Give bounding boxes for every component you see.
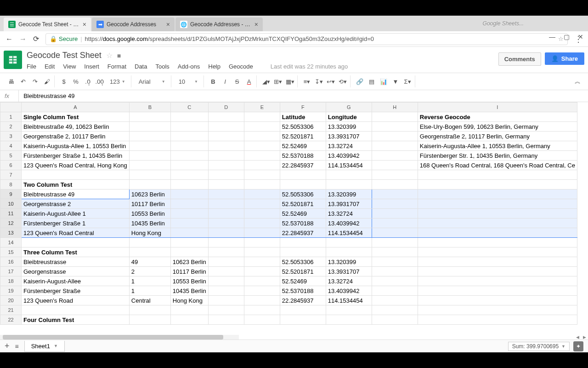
strikethrough-icon[interactable]: S [232, 78, 242, 85]
cell-I17[interactable] [418, 267, 577, 276]
col-header-H[interactable]: H [372, 103, 418, 112]
cell-B9[interactable]: 10623 Berlin [129, 190, 170, 199]
cell-G2[interactable]: 13.320399 [326, 122, 372, 132]
cell-A12[interactable]: Fürstenberger Straße 1 [22, 218, 130, 228]
cell-A13[interactable]: 123 Queen's Road Central [22, 228, 130, 238]
menu-help[interactable]: Help [208, 63, 220, 70]
share-button[interactable]: 👤 Share [545, 52, 584, 65]
cell-H14[interactable] [372, 238, 418, 247]
cell-B7[interactable] [129, 170, 170, 180]
cell-C12[interactable] [170, 218, 208, 228]
cell-C19[interactable]: 10435 Berlin [170, 286, 208, 296]
cell-H6[interactable] [372, 161, 418, 170]
cell-A21[interactable] [22, 305, 130, 315]
cell-G10[interactable]: 13.3931707 [326, 199, 372, 209]
row-header[interactable]: 15 [0, 247, 22, 257]
cell-F6[interactable]: 22.2845937 [280, 161, 326, 170]
cell-C4[interactable] [170, 141, 208, 151]
comments-button[interactable]: Comments [498, 52, 541, 66]
cell-H12[interactable] [372, 218, 418, 228]
cell-C2[interactable] [170, 122, 208, 132]
cell-A7[interactable] [22, 170, 130, 180]
menu-add-ons[interactable]: Add-ons [178, 63, 200, 70]
bold-icon[interactable]: B [209, 78, 218, 85]
cell-I6[interactable]: 168 Queen's Road Central, 168 Queen's Ro… [418, 161, 577, 170]
cell-F18[interactable]: 52.52469 [280, 276, 326, 286]
cell-D9[interactable] [208, 190, 244, 199]
tab-close-icon[interactable]: × [166, 21, 170, 28]
cell-F17[interactable]: 52.5201871 [280, 267, 326, 276]
cell-B16[interactable]: 49 [129, 257, 170, 267]
h-align-icon[interactable]: ≡▾ [302, 78, 311, 85]
link-icon[interactable]: 🔗 [355, 78, 364, 85]
cell-B8[interactable] [129, 180, 170, 190]
cell-A6[interactable]: 123 Queen's Road Central, Hong Kong [22, 161, 130, 170]
cell-G15[interactable] [326, 247, 372, 257]
functions-icon[interactable]: Σ▾ [403, 78, 412, 85]
cell-H19[interactable] [372, 286, 418, 296]
nav-forward-icon[interactable]: → [19, 35, 27, 43]
cell-E18[interactable] [244, 276, 280, 286]
cell-A10[interactable]: Georgenstrasse 2 [22, 199, 130, 209]
cell-A14[interactable] [22, 238, 130, 247]
cell-F2[interactable]: 52.5053306 [280, 122, 326, 132]
filter-icon[interactable]: ▼ [391, 78, 400, 85]
cell-E4[interactable] [244, 141, 280, 151]
cell-C5[interactable] [170, 151, 208, 161]
undo-icon[interactable]: ↶ [18, 78, 28, 85]
cell-E21[interactable] [244, 305, 280, 315]
cell-I16[interactable] [418, 257, 577, 267]
cell-H13[interactable] [372, 228, 418, 238]
cell-G20[interactable]: 114.1534454 [326, 296, 372, 305]
text-color-icon[interactable]: A [244, 78, 254, 85]
cell-E7[interactable] [244, 170, 280, 180]
cell-B17[interactable]: 2 [129, 267, 170, 276]
move-folder-icon[interactable]: ■ [117, 52, 121, 59]
maximize-icon[interactable]: ▢ [564, 33, 570, 40]
cell-E17[interactable] [244, 267, 280, 276]
menu-insert[interactable]: Insert [84, 63, 99, 70]
nav-reload-icon[interactable]: ⟳ [33, 34, 39, 43]
cell-F13[interactable]: 22.2845937 [280, 228, 326, 238]
chart-icon[interactable]: 📊 [379, 78, 388, 85]
cell-D18[interactable] [208, 276, 244, 286]
cell-F3[interactable]: 52.5201871 [280, 132, 326, 141]
col-header-E[interactable]: E [244, 103, 280, 112]
row-header[interactable]: 8 [0, 180, 22, 190]
cell-B4[interactable] [129, 141, 170, 151]
cell-D22[interactable] [208, 315, 244, 325]
browser-tab[interactable]: 🌐Geocode Addresses - Edi× [175, 17, 263, 31]
cell-F21[interactable] [280, 305, 326, 315]
cell-H22[interactable] [372, 315, 418, 325]
cell-C7[interactable] [170, 170, 208, 180]
cell-H1[interactable] [372, 112, 418, 122]
cell-A9[interactable]: Bleibtreustrasse 49 [22, 190, 130, 199]
cell-H10[interactable] [372, 199, 418, 209]
cell-E16[interactable] [244, 257, 280, 267]
cell-F12[interactable]: 52.5370188 [280, 218, 326, 228]
cell-G8[interactable] [326, 180, 372, 190]
spreadsheet-grid[interactable]: ABCDEFGHI1Single Column TestLatitudeLong… [0, 102, 588, 339]
all-sheets-icon[interactable]: ≡ [15, 343, 19, 350]
cell-E12[interactable] [244, 218, 280, 228]
cell-D3[interactable] [208, 132, 244, 141]
tab-close-icon[interactable]: × [83, 21, 86, 28]
cell-A3[interactable]: Georgenstraße 2, 10117 Berlin [22, 132, 130, 141]
menu-tools[interactable]: Tools [155, 63, 169, 70]
cell-A2[interactable]: Bleibtreustraße 49, 10623 Berlin [22, 122, 130, 132]
cell-E22[interactable] [244, 315, 280, 325]
cell-I14[interactable] [418, 238, 577, 247]
expand-toolbar-icon[interactable]: ︽ [575, 77, 584, 86]
row-header[interactable]: 19 [0, 286, 22, 296]
cell-I11[interactable] [418, 209, 577, 218]
v-align-icon[interactable]: ↧▾ [314, 78, 323, 85]
redo-icon[interactable]: ↷ [30, 78, 40, 85]
cell-I20[interactable] [418, 296, 577, 305]
add-sheet-icon[interactable]: + [5, 341, 10, 351]
cell-C6[interactable] [170, 161, 208, 170]
cell-F8[interactable] [280, 180, 326, 190]
print-icon[interactable]: 🖶 [6, 78, 16, 85]
cell-H3[interactable] [372, 132, 418, 141]
cell-H16[interactable] [372, 257, 418, 267]
col-header-F[interactable]: F [280, 103, 326, 112]
